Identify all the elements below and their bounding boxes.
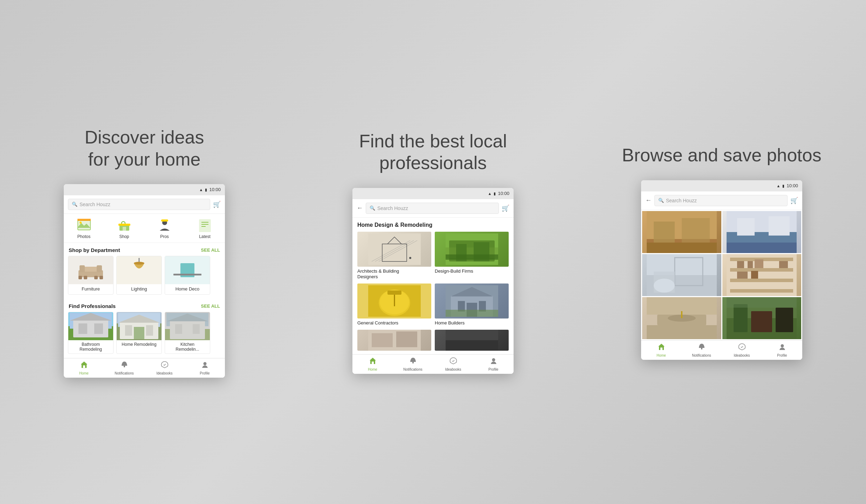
pros-item-contractors[interactable]: General Contractors [357,284,431,326]
design-build-img [435,232,509,267]
panel2-title: Find the best localprofessionals [359,130,507,174]
svg-rect-90 [769,216,790,236]
nav-photos[interactable]: Photos [64,217,104,239]
bnav-profile-1[interactable]: Profile [185,358,225,378]
bnav-notif-1[interactable]: Notifications [104,358,144,378]
notif-nav-icon-2 [409,357,417,366]
bnav-notif-label-2: Notifications [403,368,422,371]
shop-see-all[interactable]: SEE ALL [201,247,220,253]
battery-icon-2 [494,191,496,196]
bnav-notif-label-3: Notifications [692,354,711,357]
pros-item-architects[interactable]: Architects & BuildingDesigners [357,232,431,280]
interior-img [357,330,431,351]
bathroom-img [68,312,113,340]
shop-card-deco[interactable]: Home Deco [165,256,210,295]
time-2: 10:00 [498,191,509,196]
phone-2: 10:00 ← 🔍 Search Houzz 🛒 Home Design & R… [352,188,514,374]
pro-card-home-remodel[interactable]: Home Remodeling [116,312,162,354]
nav-pros[interactable]: Pros [144,217,185,239]
pro-card-kitchen[interactable]: KitchenRemodelin... [165,312,210,354]
shop-card-lighting[interactable]: Lighting [116,256,162,295]
pros-item-design-build[interactable]: Design-Build Firms [435,232,509,280]
search-placeholder-1: Search Houzz [80,202,110,207]
search-bar-3: ← 🔍 Search Houzz 🛒 [641,191,802,210]
bnav-notif-2[interactable]: Notifications [393,355,433,374]
panel-browse: Browse and save photos 10:00 ← 🔍 Search … [589,144,855,359]
photo-outdoor[interactable] [722,297,802,339]
nav-latest[interactable]: Latest [185,217,225,239]
bnav-home-1[interactable]: Home [64,358,104,378]
home-nav-icon-2 [369,357,377,366]
svg-rect-30 [94,323,103,334]
back-arrow-2[interactable]: ← [357,204,363,212]
pros-item-landscape[interactable] [435,330,509,351]
svg-rect-17 [78,276,82,279]
bnav-home-label-1: Home [79,371,89,375]
svg-rect-7 [118,224,130,226]
contractors-img [357,284,431,318]
photo-kitchen2[interactable] [722,211,802,253]
status-bar-1: 10:00 [64,184,225,195]
pros-item-builders[interactable]: Home Builders [435,284,509,326]
pros-see-all[interactable]: SEE ALL [201,303,220,309]
home-remodel-label: Home Remodeling [117,340,161,349]
notif-nav-icon-3 [698,343,706,352]
search-input-3[interactable]: 🔍 Search Houzz [654,195,788,206]
cart-icon-3[interactable]: 🛒 [790,197,798,204]
bnav-ideas-1[interactable]: Ideabooks [144,358,185,378]
svg-rect-11 [199,219,211,232]
cart-icon-2[interactable]: 🛒 [502,204,509,212]
svg-point-124 [781,344,784,347]
bnav-home-label-2: Home [368,368,377,371]
search-input-1[interactable]: 🔍 Search Houzz [68,199,210,210]
photo-grid [641,210,802,340]
bnav-profile-2[interactable]: Profile [473,355,514,374]
bnav-notif-3[interactable]: Notifications [681,341,722,360]
photos-icon [76,217,92,233]
photo-kitchen1[interactable] [642,211,721,253]
phone2-content: Home Design & Remodeling [352,218,514,355]
pro-cards: BathroomRemodeling Home Remodeling [64,312,225,358]
pros-icon [157,217,172,233]
svg-rect-10 [161,219,168,222]
svg-rect-101 [730,289,793,293]
svg-rect-104 [755,259,763,268]
svg-point-81 [492,358,495,362]
nav-shop[interactable]: Shop [104,217,144,239]
search-input-2[interactable]: 🔍 Search Houzz [366,203,499,214]
bnav-home-2[interactable]: Home [352,355,393,374]
photos-label: Photos [77,234,90,239]
battery-icon-1 [205,187,207,192]
svg-rect-113 [647,325,717,339]
lighting-img [117,256,161,284]
builders-label: Home Builders [435,320,509,326]
shop-icon [117,217,132,233]
bnav-profile-3[interactable]: Profile [762,341,802,360]
photo-bathroom[interactable] [642,254,721,296]
panel3-title: Browse and save photos [622,144,821,166]
bnav-home-3[interactable]: Home [641,341,681,360]
cart-icon-1[interactable]: 🛒 [213,201,221,208]
time-3: 10:00 [786,183,798,188]
photo-sink[interactable] [642,297,721,339]
back-arrow-3[interactable]: ← [645,197,652,204]
svg-rect-21 [80,265,85,272]
pro-card-bathroom[interactable]: BathroomRemodeling [68,312,114,354]
photo-shelves[interactable] [722,254,802,296]
search-placeholder-3: Search Houzz [666,198,697,203]
svg-point-80 [412,363,414,364]
profile-nav-icon-1 [201,361,209,370]
wifi-icon-2 [488,191,492,196]
pros-item-interior[interactable] [357,330,431,351]
bnav-ideas-3[interactable]: Ideabooks [722,341,762,360]
latest-icon [197,217,213,233]
bnav-ideas-label-2: Ideabooks [445,368,461,371]
search-icon-1: 🔍 [72,202,77,207]
svg-rect-121 [660,348,662,350]
bnav-ideas-2[interactable]: Ideabooks [433,355,473,374]
svg-point-24 [134,262,144,265]
svg-point-46 [124,366,125,367]
svg-rect-99 [730,268,793,272]
shop-card-furniture[interactable]: Furniture [68,256,114,295]
svg-rect-19 [84,276,87,279]
